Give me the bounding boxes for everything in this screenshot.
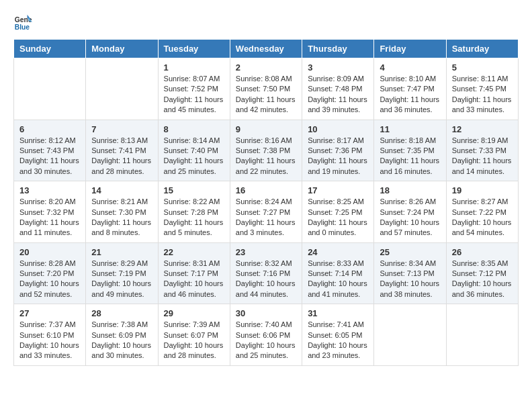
day-number: 23 — [236, 247, 296, 257]
day-number: 20 — [19, 247, 80, 257]
day-info: Sunrise: 8:21 AM Sunset: 7:30 PM Dayligh… — [91, 197, 152, 238]
day-info: Sunrise: 8:27 AM Sunset: 7:22 PM Dayligh… — [452, 197, 513, 238]
calendar-cell: 25Sunrise: 8:34 AM Sunset: 7:13 PM Dayli… — [374, 242, 446, 304]
day-number: 12 — [452, 124, 513, 134]
day-info: Sunrise: 8:20 AM Sunset: 7:32 PM Dayligh… — [19, 197, 80, 238]
day-info: Sunrise: 8:14 AM Sunset: 7:40 PM Dayligh… — [164, 136, 224, 177]
day-info: Sunrise: 8:31 AM Sunset: 7:17 PM Dayligh… — [164, 259, 224, 300]
day-info: Sunrise: 8:17 AM Sunset: 7:36 PM Dayligh… — [308, 136, 368, 177]
day-info: Sunrise: 8:12 AM Sunset: 7:43 PM Dayligh… — [19, 136, 80, 177]
calendar-cell: 15Sunrise: 8:22 AM Sunset: 7:28 PM Dayli… — [158, 181, 230, 243]
day-number: 27 — [19, 308, 80, 318]
day-info: Sunrise: 8:32 AM Sunset: 7:16 PM Dayligh… — [236, 259, 296, 300]
day-number: 5 — [452, 62, 513, 73]
day-info: Sunrise: 8:34 AM Sunset: 7:13 PM Dayligh… — [380, 259, 440, 300]
calendar-cell: 18Sunrise: 8:26 AM Sunset: 7:24 PM Dayli… — [374, 181, 446, 243]
calendar-week-row: 20Sunrise: 8:28 AM Sunset: 7:20 PM Dayli… — [14, 242, 519, 304]
day-number: 10 — [308, 124, 368, 134]
calendar-week-row: 13Sunrise: 8:20 AM Sunset: 7:32 PM Dayli… — [14, 181, 519, 243]
day-info: Sunrise: 7:38 AM Sunset: 6:09 PM Dayligh… — [91, 320, 152, 361]
calendar-cell: 14Sunrise: 8:21 AM Sunset: 7:30 PM Dayli… — [86, 181, 158, 243]
calendar-cell: 17Sunrise: 8:25 AM Sunset: 7:25 PM Dayli… — [302, 181, 374, 243]
calendar-cell — [86, 58, 158, 120]
day-info: Sunrise: 7:37 AM Sunset: 6:10 PM Dayligh… — [19, 320, 80, 361]
day-number: 30 — [236, 308, 296, 318]
day-number: 16 — [236, 185, 296, 195]
day-number: 6 — [19, 124, 80, 134]
day-info: Sunrise: 8:18 AM Sunset: 7:35 PM Dayligh… — [380, 136, 440, 177]
day-number: 26 — [452, 247, 513, 257]
day-number: 21 — [91, 247, 152, 257]
day-info: Sunrise: 7:39 AM Sunset: 6:07 PM Dayligh… — [164, 320, 224, 361]
calendar-cell: 21Sunrise: 8:29 AM Sunset: 7:19 PM Dayli… — [86, 242, 158, 304]
calendar-cell: 7Sunrise: 8:13 AM Sunset: 7:41 PM Daylig… — [86, 120, 158, 181]
weekday-header: Wednesday — [230, 40, 302, 58]
day-info: Sunrise: 8:28 AM Sunset: 7:20 PM Dayligh… — [19, 259, 80, 300]
day-info: Sunrise: 8:35 AM Sunset: 7:12 PM Dayligh… — [452, 259, 513, 300]
svg-text:Blue: Blue — [15, 24, 30, 31]
calendar-cell: 13Sunrise: 8:20 AM Sunset: 7:32 PM Dayli… — [14, 181, 86, 243]
day-info: Sunrise: 8:11 AM Sunset: 7:45 PM Dayligh… — [452, 74, 513, 116]
day-number: 4 — [380, 62, 440, 73]
calendar-cell — [446, 304, 518, 366]
day-info: Sunrise: 8:16 AM Sunset: 7:38 PM Dayligh… — [236, 136, 296, 177]
day-number: 13 — [19, 185, 80, 195]
weekday-header: Thursday — [302, 40, 374, 58]
day-info: Sunrise: 8:22 AM Sunset: 7:28 PM Dayligh… — [164, 197, 224, 238]
day-info: Sunrise: 8:29 AM Sunset: 7:19 PM Dayligh… — [91, 259, 152, 300]
calendar-cell: 10Sunrise: 8:17 AM Sunset: 7:36 PM Dayli… — [302, 120, 374, 181]
weekday-header: Friday — [374, 40, 446, 58]
logo: General Blue — [13, 13, 35, 32]
weekday-header: Tuesday — [158, 40, 230, 58]
page-header: General Blue — [13, 13, 519, 32]
calendar-cell: 3Sunrise: 8:09 AM Sunset: 7:48 PM Daylig… — [302, 58, 374, 120]
weekday-header-row: SundayMondayTuesdayWednesdayThursdayFrid… — [14, 40, 519, 58]
calendar-cell: 27Sunrise: 7:37 AM Sunset: 6:10 PM Dayli… — [14, 304, 86, 366]
calendar-cell: 8Sunrise: 8:14 AM Sunset: 7:40 PM Daylig… — [158, 120, 230, 181]
day-info: Sunrise: 8:24 AM Sunset: 7:27 PM Dayligh… — [236, 197, 296, 238]
calendar-table: SundayMondayTuesdayWednesdayThursdayFrid… — [13, 39, 519, 366]
day-number: 2 — [236, 62, 296, 73]
calendar-cell: 23Sunrise: 8:32 AM Sunset: 7:16 PM Dayli… — [230, 242, 302, 304]
day-number: 3 — [308, 62, 368, 73]
day-info: Sunrise: 8:25 AM Sunset: 7:25 PM Dayligh… — [308, 197, 368, 238]
day-info: Sunrise: 8:33 AM Sunset: 7:14 PM Dayligh… — [308, 259, 368, 300]
calendar-cell: 19Sunrise: 8:27 AM Sunset: 7:22 PM Dayli… — [446, 181, 518, 243]
day-number: 31 — [308, 308, 368, 318]
day-number: 14 — [91, 185, 152, 195]
day-info: Sunrise: 8:13 AM Sunset: 7:41 PM Dayligh… — [91, 136, 152, 177]
day-number: 25 — [380, 247, 440, 257]
calendar-week-row: 1Sunrise: 8:07 AM Sunset: 7:52 PM Daylig… — [14, 58, 519, 120]
calendar-cell: 12Sunrise: 8:19 AM Sunset: 7:33 PM Dayli… — [446, 120, 518, 181]
day-number: 22 — [164, 247, 224, 257]
day-number: 8 — [164, 124, 224, 134]
calendar-cell: 24Sunrise: 8:33 AM Sunset: 7:14 PM Dayli… — [302, 242, 374, 304]
day-info: Sunrise: 7:40 AM Sunset: 6:06 PM Dayligh… — [236, 320, 296, 361]
day-number: 1 — [164, 62, 224, 73]
day-number: 19 — [452, 185, 513, 195]
day-info: Sunrise: 8:09 AM Sunset: 7:48 PM Dayligh… — [308, 74, 368, 116]
day-number: 17 — [308, 185, 368, 195]
day-info: Sunrise: 8:07 AM Sunset: 7:52 PM Dayligh… — [164, 74, 224, 116]
calendar-cell — [374, 304, 446, 366]
day-info: Sunrise: 8:19 AM Sunset: 7:33 PM Dayligh… — [452, 136, 513, 177]
day-number: 18 — [380, 185, 440, 195]
calendar-cell: 26Sunrise: 8:35 AM Sunset: 7:12 PM Dayli… — [446, 242, 518, 304]
calendar-cell: 9Sunrise: 8:16 AM Sunset: 7:38 PM Daylig… — [230, 120, 302, 181]
calendar-cell: 29Sunrise: 7:39 AM Sunset: 6:07 PM Dayli… — [158, 304, 230, 366]
day-number: 24 — [308, 247, 368, 257]
day-info: Sunrise: 7:41 AM Sunset: 6:05 PM Dayligh… — [308, 320, 368, 361]
weekday-header: Sunday — [14, 40, 86, 58]
calendar-cell: 28Sunrise: 7:38 AM Sunset: 6:09 PM Dayli… — [86, 304, 158, 366]
day-number: 28 — [91, 308, 152, 318]
day-number: 9 — [236, 124, 296, 134]
calendar-week-row: 6Sunrise: 8:12 AM Sunset: 7:43 PM Daylig… — [14, 120, 519, 181]
weekday-header: Saturday — [446, 40, 518, 58]
day-number: 15 — [164, 185, 224, 195]
calendar-cell: 2Sunrise: 8:08 AM Sunset: 7:50 PM Daylig… — [230, 58, 302, 120]
calendar-cell: 1Sunrise: 8:07 AM Sunset: 7:52 PM Daylig… — [158, 58, 230, 120]
weekday-header: Monday — [86, 40, 158, 58]
calendar-cell: 6Sunrise: 8:12 AM Sunset: 7:43 PM Daylig… — [14, 120, 86, 181]
day-number: 11 — [380, 124, 440, 134]
day-info: Sunrise: 8:26 AM Sunset: 7:24 PM Dayligh… — [380, 197, 440, 238]
